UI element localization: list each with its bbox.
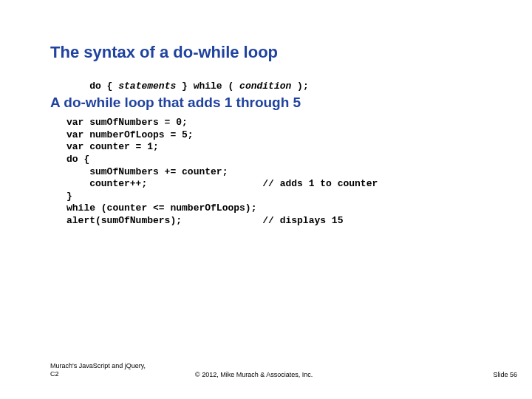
example-code: var sumOfNumbers = 0; var numberOfLoops … [66,117,378,228]
syntax-end: ); [291,81,308,92]
footer-center: © 2012, Mike Murach & Associates, Inc. [183,371,458,378]
syntax-do: do { [89,81,118,92]
footer-left-line1: Murach's JavaScript and jQuery, [50,362,183,370]
syntax-statements: statements [118,81,176,92]
footer-right: Slide 56 [458,371,517,378]
footer-left-line2: C2 [50,370,183,378]
syntax-mid: } while ( [176,81,239,92]
slide-title: The syntax of a do-while loop [50,43,278,62]
syntax-condition: condition [239,81,291,92]
slide-subheading: A do-while loop that adds 1 through 5 [50,95,301,111]
footer-left: Murach's JavaScript and jQuery, C2 [50,362,183,378]
footer: Murach's JavaScript and jQuery, C2 © 201… [50,362,517,378]
slide: The syntax of a do-while loop do { state… [0,0,532,399]
